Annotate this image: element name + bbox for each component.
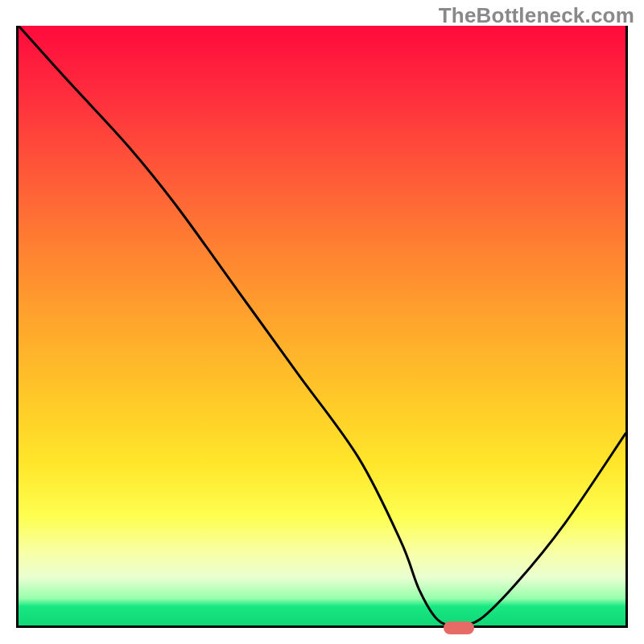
curve-layer [19,26,625,625]
watermark-label: TheBottleneck.com [439,3,634,28]
bottleneck-curve [19,26,625,625]
optimal-marker [444,621,474,634]
chart-frame: TheBottleneck.com [0,0,644,644]
plot-area [16,26,628,628]
